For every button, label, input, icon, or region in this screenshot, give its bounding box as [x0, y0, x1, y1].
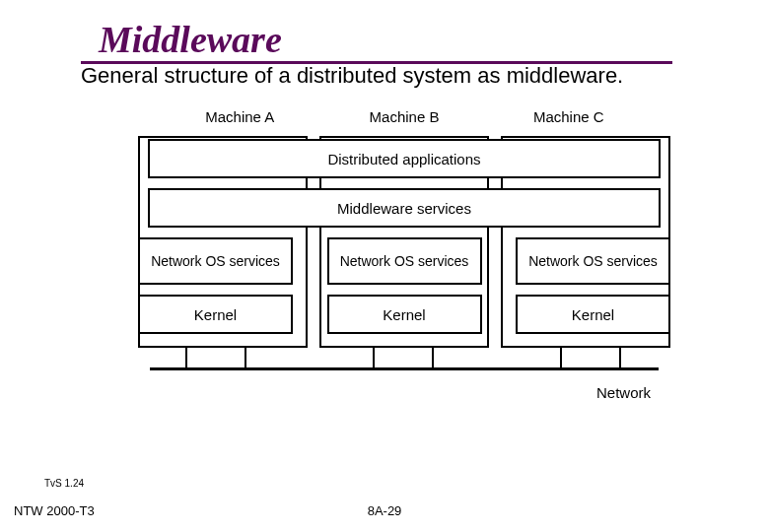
connector-a-right	[245, 348, 246, 367]
machine-a-label: Machine A	[158, 108, 322, 125]
network-os-b: Network OS services	[327, 237, 482, 285]
network-connectors	[138, 348, 670, 377]
kernel-a: Kernel	[138, 295, 293, 334]
footer-left: NTW 2000-T3	[14, 503, 95, 518]
slide-title: Middleware	[99, 18, 282, 61]
connector-b-left	[373, 348, 375, 367]
network-os-row: Network OS services Network OS services …	[138, 237, 670, 285]
machine-b-label: Machine B	[322, 108, 487, 125]
slide-subtitle: General structure of a distributed syste…	[81, 63, 623, 89]
middleware-services-layer: Middleware services	[148, 188, 661, 228]
footer-center: 8A-29	[368, 503, 402, 518]
network-label: Network	[596, 384, 651, 401]
network-bus-line	[150, 367, 659, 370]
connector-c-right	[619, 348, 621, 367]
connector-a-left	[185, 348, 187, 367]
connector-b-right	[432, 348, 434, 367]
kernel-row: Kernel Kernel Kernel	[138, 295, 670, 334]
machine-c-label: Machine C	[487, 108, 652, 125]
distributed-applications-layer: Distributed applications	[148, 139, 661, 178]
architecture-diagram: Machine A Machine B Machine C Distribute…	[138, 108, 670, 424]
connector-c-left	[560, 348, 562, 367]
network-os-c: Network OS services	[516, 237, 670, 285]
network-os-a: Network OS services	[138, 237, 293, 285]
machine-labels-row: Machine A Machine B Machine C	[138, 108, 670, 125]
kernel-c: Kernel	[516, 295, 670, 334]
reference-label: TvS 1.24	[44, 478, 84, 489]
kernel-b: Kernel	[327, 295, 482, 334]
